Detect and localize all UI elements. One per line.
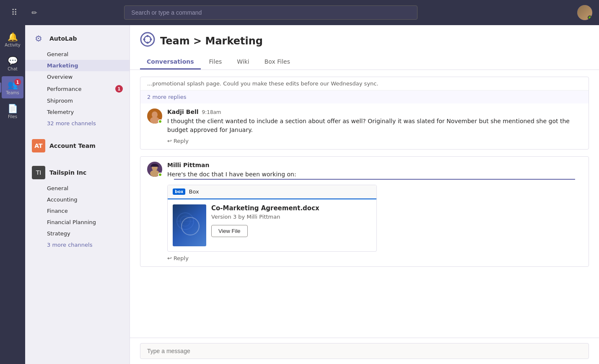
nav-label-files: Files <box>8 114 17 119</box>
channel-shiproom[interactable]: Shiproom <box>25 95 130 106</box>
files-icon: 📄 <box>8 103 18 114</box>
message-thread-2: Milli Pittman Here's the doc that I have… <box>140 156 589 267</box>
message-author-kadji: Kadji Bell <box>167 108 199 115</box>
performance-badge: 1 <box>115 85 123 93</box>
search-input[interactable] <box>124 5 417 20</box>
tab-files[interactable]: Files <box>202 55 229 70</box>
more-channels-tailspin[interactable]: 3 more channels <box>25 239 130 250</box>
box-attachment: box Box <box>167 185 377 252</box>
message-header-kadji: Kadji Bell 9:18am <box>167 108 582 115</box>
team-header-autolab[interactable]: ⚙ AutoLab <box>25 28 130 49</box>
channel-marketing[interactable]: Marketing <box>25 60 130 71</box>
team-section-autolab: ⚙ AutoLab General Marketing Overview Per… <box>25 25 130 132</box>
box-file-info: Co-Marketing Agreement.docx Version 3 by… <box>211 204 371 237</box>
left-nav: 🔔 Activity 💬 Chat 1 👥 Teams 📄 Files <box>0 25 25 364</box>
team-icon-account-team: AT <box>32 139 45 152</box>
avatar-milli <box>147 162 162 177</box>
reply-button-kadji[interactable]: ↩ Reply <box>167 138 582 144</box>
box-header: box Box <box>168 185 376 199</box>
channel-finance[interactable]: Finance <box>25 205 130 217</box>
tab-wiki[interactable]: Wiki <box>230 55 256 70</box>
nav-label-chat: Chat <box>8 67 17 71</box>
message-text-milli: Here's the doc that I have been working … <box>167 170 582 179</box>
nav-item-teams[interactable]: 1 👥 Teams <box>2 76 23 98</box>
more-channels-autolab[interactable]: 32 more channels <box>25 118 130 129</box>
active-bar <box>0 83 1 93</box>
team-section-account-team: AT Account Team <box>25 132 130 159</box>
thread-separator <box>174 179 575 180</box>
status-online-kadji <box>158 119 162 124</box>
chat-icon: 💬 <box>8 56 18 66</box>
tab-conversations[interactable]: Conversations <box>140 55 201 70</box>
nav-item-files[interactable]: 📄 Files <box>2 100 23 122</box>
team-name-tailspin: Tailspin Inc <box>49 169 86 176</box>
messages-area: ...promotional splash page. Could you ma… <box>130 70 599 338</box>
message-item-milli: Milli Pittman Here's the doc that I have… <box>140 157 589 266</box>
message-time-kadji: 9:18am <box>202 109 221 115</box>
svg-point-0 <box>141 33 154 46</box>
view-file-button[interactable]: View File <box>211 225 248 237</box>
message-header-milli: Milli Pittman <box>167 162 582 168</box>
svg-point-5 <box>150 39 152 41</box>
message-item-kadji: Kadji Bell 9:18am I thought the client w… <box>140 103 589 149</box>
message-input-area <box>130 338 599 364</box>
box-thumbnail <box>173 204 206 246</box>
status-online-milli <box>158 173 162 177</box>
svg-point-3 <box>147 42 149 44</box>
status-indicator <box>588 15 592 20</box>
channel-strategy[interactable]: Strategy <box>25 228 130 239</box>
message-body-milli: Milli Pittman Here's the doc that I have… <box>167 162 582 261</box>
nav-item-activity[interactable]: 🔔 Activity <box>2 28 23 51</box>
sidebar: ⚙ AutoLab General Marketing Overview Per… <box>25 25 130 364</box>
page-title: Team > Marketing <box>160 35 263 47</box>
search-container <box>124 5 417 20</box>
content-header: Team > Marketing Conversations Files Wik… <box>130 25 599 70</box>
team-header-account-team[interactable]: AT Account Team <box>25 136 130 156</box>
box-logo: box <box>173 188 185 195</box>
avatar-kadji <box>147 108 162 124</box>
channel-accounting[interactable]: Accounting <box>25 194 130 205</box>
nav-label-teams: Teams <box>6 90 19 95</box>
avatar[interactable] <box>577 5 592 20</box>
reply-button-milli[interactable]: ↩ Reply <box>167 255 582 261</box>
channel-overview[interactable]: Overview <box>25 71 130 83</box>
team-header-tailspin[interactable]: TI Tailspin Inc <box>25 163 130 183</box>
main-layout: 🔔 Activity 💬 Chat 1 👥 Teams 📄 Files ⚙ Au… <box>0 25 599 364</box>
message-text-kadji: I thought the client wanted to include a… <box>167 117 582 134</box>
main-content: Team > Marketing Conversations Files Wik… <box>130 25 599 364</box>
channel-general-tailspin[interactable]: General <box>25 183 130 194</box>
team-icon-tailspin: TI <box>32 166 45 179</box>
content-title: Team > Marketing <box>140 32 589 50</box>
nav-item-chat[interactable]: 💬 Chat <box>2 52 23 75</box>
svg-point-2 <box>147 35 149 37</box>
box-file-name: Co-Marketing Agreement.docx <box>211 204 371 212</box>
channel-financial-planning[interactable]: Financial Planning <box>25 217 130 228</box>
activity-icon: 🔔 <box>8 32 18 42</box>
channels-autolab: General Marketing Overview Performance 1… <box>25 49 130 129</box>
content-tabs: Conversations Files Wiki Box Files <box>140 55 589 70</box>
team-logo-icon <box>140 32 155 50</box>
teams-badge: 1 <box>14 79 21 85</box>
team-name-account-team: Account Team <box>49 142 96 149</box>
tab-box-files[interactable]: Box Files <box>258 55 297 70</box>
team-icon-autolab: ⚙ <box>32 32 45 45</box>
apps-icon[interactable]: ⠿ <box>7 8 22 18</box>
message-input[interactable] <box>140 343 589 359</box>
nav-label-activity: Activity <box>5 43 20 47</box>
message-thread-1: ...promotional splash page. Could you ma… <box>140 77 589 150</box>
box-content: Co-Marketing Agreement.docx Version 3 by… <box>168 199 376 251</box>
box-label: Box <box>189 188 199 195</box>
topbar: ⠿ ✏ <box>0 0 599 25</box>
message-body-kadji: Kadji Bell 9:18am I thought the client w… <box>167 108 582 144</box>
team-section-tailspin: TI Tailspin Inc General Accounting Finan… <box>25 159 130 254</box>
channel-performance[interactable]: Performance 1 <box>25 83 130 95</box>
team-name-autolab: AutoLab <box>49 35 77 42</box>
box-file-version: Version 3 by Milli Pittman <box>211 214 371 220</box>
truncated-message: ...promotional splash page. Could you ma… <box>140 77 589 90</box>
channel-general-autolab[interactable]: General <box>25 49 130 60</box>
compose-icon[interactable]: ✏ <box>27 9 42 17</box>
message-author-milli: Milli Pittman <box>167 162 209 168</box>
svg-point-4 <box>143 39 145 41</box>
more-replies-link[interactable]: 2 more replies <box>140 90 589 103</box>
channel-telemetry[interactable]: Telemetry <box>25 106 130 118</box>
